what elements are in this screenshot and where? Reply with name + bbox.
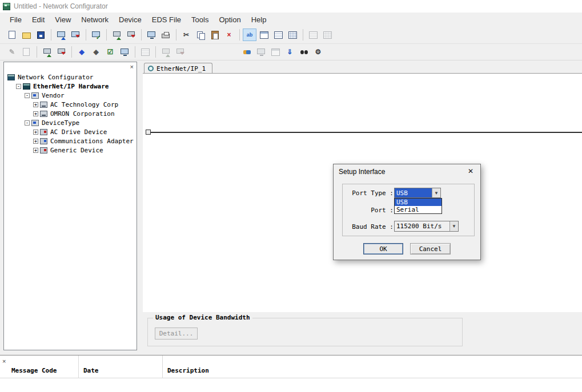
device-download-button[interactable]: [124, 29, 138, 41]
paste-button[interactable]: [208, 29, 222, 41]
disconnect-network-icon: [256, 48, 266, 56]
menu-eds-file[interactable]: EDS File: [147, 14, 186, 26]
menu-help[interactable]: Help: [246, 14, 272, 26]
vendor-icon: [40, 111, 47, 117]
device-monitor-button[interactable]: [145, 29, 158, 41]
network-list-button: [138, 46, 152, 58]
disconnect-network-button: [254, 46, 268, 58]
address-mode-toggle-button[interactable]: ab: [243, 29, 256, 41]
menu-network[interactable]: Network: [76, 14, 114, 26]
chevron-down-icon[interactable]: ▼: [449, 221, 458, 231]
expand-view-icon: [308, 31, 318, 39]
address-mode-toggle-icon: ab: [245, 31, 255, 39]
unregister-device-button[interactable]: [54, 46, 68, 58]
device-status-button[interactable]: [118, 46, 131, 58]
icon-view-button[interactable]: [257, 29, 271, 41]
menu-edit[interactable]: Edit: [27, 14, 50, 26]
group-icon: [31, 120, 39, 126]
connection-diamond2-button[interactable]: ◆: [89, 46, 103, 58]
tree-item-devicetype[interactable]: -DeviceType: [4, 118, 137, 127]
tree-item-ac-drive-device[interactable]: +AC Drive Device: [4, 127, 137, 136]
tree-expand-toggle[interactable]: +: [33, 139, 38, 144]
connection-diamond-button[interactable]: ◆: [75, 46, 89, 58]
chevron-down-icon[interactable]: ▼: [432, 188, 440, 197]
column-header-date[interactable]: Date: [79, 355, 163, 378]
toolbar-separator: [106, 29, 107, 41]
cancel-button[interactable]: Cancel: [410, 243, 451, 254]
tree-item-ethernet-ip-hardware[interactable]: -EtherNet/IP Hardware: [4, 82, 137, 91]
dialog-close-icon[interactable]: ✕: [465, 166, 476, 176]
tree-panel-close-button[interactable]: ×: [130, 63, 134, 70]
tree-expand-toggle[interactable]: -: [25, 120, 30, 126]
window-title: Untitled - Network Configurator: [14, 2, 108, 10]
collapse-view-icon: [323, 31, 332, 39]
tree-item-communications-adapter[interactable]: +Communications Adapter: [4, 136, 137, 146]
tree-item-generic-device[interactable]: +Generic Device: [4, 146, 137, 155]
ok-button[interactable]: OK: [363, 243, 403, 254]
table-view-icon: [288, 31, 298, 39]
tree-item-label: DeviceType: [42, 119, 79, 127]
new-file-button[interactable]: [5, 29, 19, 41]
table-view-button[interactable]: [286, 29, 299, 41]
download-all-button[interactable]: ⇓: [283, 46, 296, 58]
register-device-button[interactable]: [40, 46, 54, 58]
menu-view[interactable]: View: [50, 14, 76, 26]
toolbar-separator: [176, 29, 176, 41]
delete-button[interactable]: ×: [222, 29, 236, 41]
tree-expand-toggle[interactable]: +: [33, 102, 38, 107]
find-device-button[interactable]: [297, 46, 311, 58]
menu-option[interactable]: Option: [214, 14, 246, 26]
tree-item-label: Generic Device: [50, 147, 103, 154]
toolbar-separator: [135, 46, 135, 58]
tree-item-network-configurator[interactable]: Network Configurator: [4, 72, 137, 82]
upload-to-network-button[interactable]: [54, 29, 68, 41]
save-button[interactable]: [34, 29, 47, 41]
menu-device[interactable]: Device: [114, 14, 147, 26]
save-icon: [36, 31, 46, 39]
tree-item-label: Vendor: [42, 92, 65, 99]
network-line-handle[interactable]: [146, 130, 151, 135]
connection-check-icon: ☑: [106, 48, 115, 56]
menu-tools[interactable]: Tools: [186, 14, 214, 26]
device-status-icon: [120, 48, 130, 56]
option-button[interactable]: ⚙: [311, 46, 325, 58]
menu-file[interactable]: File: [5, 14, 27, 26]
dialog-title-bar: Setup Interface: [334, 164, 480, 179]
device-upload-button[interactable]: [110, 29, 123, 41]
column-header-message-code[interactable]: Message Code: [0, 355, 79, 378]
port-type-label: Port Type :: [345, 189, 394, 197]
cut-button[interactable]: ✂: [179, 29, 193, 41]
connection-check-button[interactable]: ☑: [103, 46, 117, 58]
tree-item-ac-technology-corp[interactable]: +AC Technology Corp: [4, 100, 137, 109]
tree-expand-toggle[interactable]: +: [33, 148, 38, 153]
port-type-combobox[interactable]: USB ▼: [394, 188, 441, 198]
dropdown-option-serial[interactable]: Serial: [395, 206, 441, 213]
tree-expand-toggle[interactable]: -: [25, 93, 30, 98]
print-button[interactable]: [159, 29, 172, 41]
detail-view-button[interactable]: [271, 29, 285, 41]
tab-label: EtherNet/IP_1: [156, 65, 206, 72]
network-line[interactable]: [148, 132, 582, 133]
dropdown-option-usb[interactable]: USB: [395, 199, 441, 206]
baud-rate-combobox[interactable]: 115200 Bit/s ▼: [394, 221, 459, 232]
download-from-network-button[interactable]: [69, 29, 82, 41]
tab-ethernet-ip-1[interactable]: EtherNet/IP_1: [144, 63, 212, 74]
column-header-description[interactable]: Description: [163, 355, 582, 378]
open-file-button[interactable]: [19, 29, 33, 41]
port-type-value: USB: [395, 188, 432, 197]
tree-expand-toggle[interactable]: +: [33, 130, 38, 135]
toolbar-separator: [141, 29, 142, 41]
tree-item-omron-corporation[interactable]: +OMRON Corporation: [4, 109, 137, 118]
copy-button[interactable]: [194, 29, 207, 41]
toolbar-separator: [155, 46, 156, 58]
download-from-network-icon: [71, 31, 81, 39]
connect-network-button[interactable]: [240, 46, 254, 58]
verify-network-button[interactable]: [89, 29, 103, 41]
port-type-dropdown-list: USBSerial: [394, 198, 442, 214]
tree-expand-toggle[interactable]: -: [16, 84, 21, 89]
app-icon: [3, 3, 10, 10]
tree-item-vendor[interactable]: -Vendor: [4, 91, 137, 100]
tree-expand-toggle[interactable]: +: [33, 111, 38, 116]
toolbar-separator: [239, 29, 240, 41]
tree-item-label: OMRON Corporation: [50, 110, 115, 118]
